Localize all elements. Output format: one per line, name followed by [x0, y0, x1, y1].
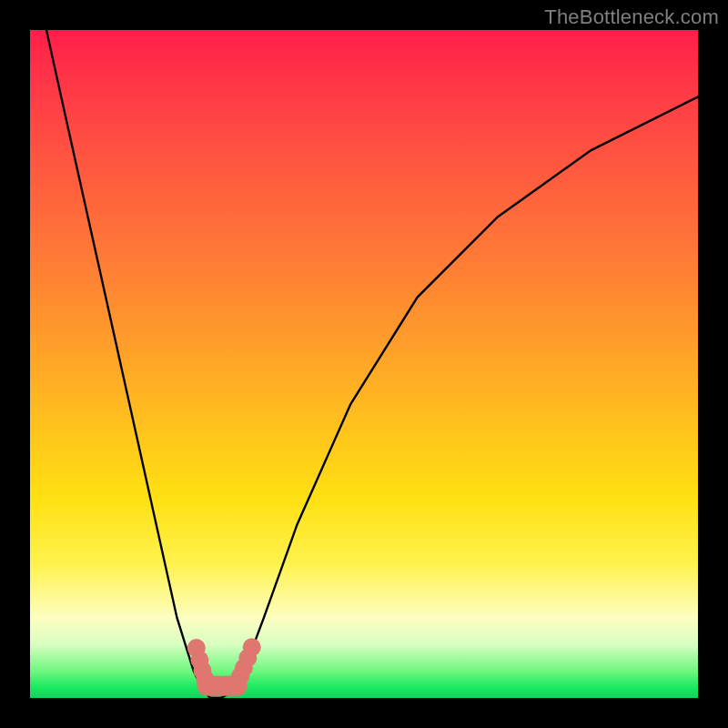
plot-area: [30, 30, 698, 698]
svg-point-9: [243, 638, 261, 656]
trough-right-dots: [228, 638, 261, 692]
watermark-text: TheBottleneck.com: [544, 5, 719, 29]
chart-svg: [30, 30, 698, 698]
outer-frame: TheBottleneck.com: [0, 0, 728, 728]
bottleneck-curve: [30, 30, 698, 698]
svg-point-4: [198, 675, 217, 693]
